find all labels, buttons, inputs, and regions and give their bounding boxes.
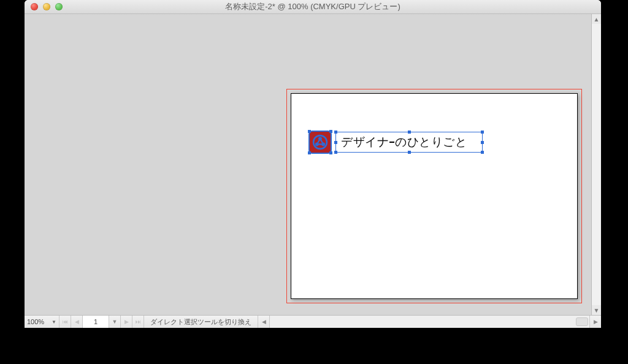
close-icon[interactable] xyxy=(31,3,38,10)
first-page-button[interactable]: ⏮ xyxy=(59,316,71,328)
last-page-button[interactable]: ⏭ xyxy=(132,316,144,328)
selection-handle-icon[interactable] xyxy=(329,151,332,154)
text-object[interactable]: デザイナのひとりごと xyxy=(335,132,483,153)
maximize-icon[interactable] xyxy=(55,3,63,10)
chevron-down-icon[interactable]: ▼ xyxy=(52,319,56,325)
window-controls xyxy=(31,3,63,10)
scroll-track[interactable] xyxy=(592,24,601,305)
chevron-down-icon: ▼ xyxy=(112,319,118,325)
selection-handle-icon[interactable] xyxy=(334,141,337,144)
text-object-content-post: のひとりごと xyxy=(395,134,467,150)
canvas-area[interactable]: デザイナのひとりごと ▲ ▼ xyxy=(25,14,601,315)
selection-handle-icon[interactable] xyxy=(334,151,337,154)
logo-icon xyxy=(312,134,328,150)
status-bar: 100% ▼ ⏮ ◀ 1 ▼ ▶ ⏭ ダイレクト選択ツールを切り換え ◀ ▶ xyxy=(25,315,601,328)
scroll-up-icon[interactable]: ▲ xyxy=(592,14,601,24)
selection-handle-icon[interactable] xyxy=(481,131,484,134)
prev-page-button[interactable]: ◀ xyxy=(71,316,83,328)
selection-handle-icon[interactable] xyxy=(408,131,411,134)
zoom-value: 100% xyxy=(27,318,44,325)
logo-object[interactable] xyxy=(310,132,331,153)
selection-handle-icon[interactable] xyxy=(481,151,484,154)
minimize-icon[interactable] xyxy=(43,3,50,10)
scroll-down-icon[interactable]: ▼ xyxy=(592,305,601,315)
scroll-right-icon[interactable]: ▶ xyxy=(590,316,601,328)
page-number-input[interactable]: 1 xyxy=(83,316,109,328)
tool-hint: ダイレクト選択ツールを切り換え xyxy=(144,316,258,328)
selection-handle-icon[interactable] xyxy=(481,141,484,144)
page-number: 1 xyxy=(94,318,98,325)
text-cursor-icon xyxy=(389,142,394,143)
horizontal-scrollbar[interactable] xyxy=(270,316,590,328)
page-dropdown-button[interactable]: ▼ xyxy=(109,316,121,328)
selection-handle-icon[interactable] xyxy=(308,151,311,154)
vertical-scrollbar[interactable]: ▲ ▼ xyxy=(591,14,601,315)
selection-handle-icon[interactable] xyxy=(334,131,337,134)
artboard[interactable]: デザイナのひとりごと xyxy=(291,93,578,299)
text-object-content-pre: デザイナ xyxy=(341,134,389,150)
zoom-level[interactable]: 100% ▼ xyxy=(25,316,59,328)
titlebar[interactable]: 名称未設定-2* @ 100% (CMYK/GPU プレビュー) xyxy=(25,0,601,14)
selection-handle-icon[interactable] xyxy=(329,130,332,133)
document-window: 名称未設定-2* @ 100% (CMYK/GPU プレビュー) xyxy=(25,0,601,328)
selection-handle-icon[interactable] xyxy=(408,151,411,154)
selection-handle-icon[interactable] xyxy=(308,130,311,133)
next-page-button[interactable]: ▶ xyxy=(121,316,132,328)
artboard-bleed-outline: デザイナのひとりごと xyxy=(286,89,582,303)
scroll-left-icon[interactable]: ◀ xyxy=(258,316,270,328)
window-title: 名称未設定-2* @ 100% (CMYK/GPU プレビュー) xyxy=(25,1,601,12)
